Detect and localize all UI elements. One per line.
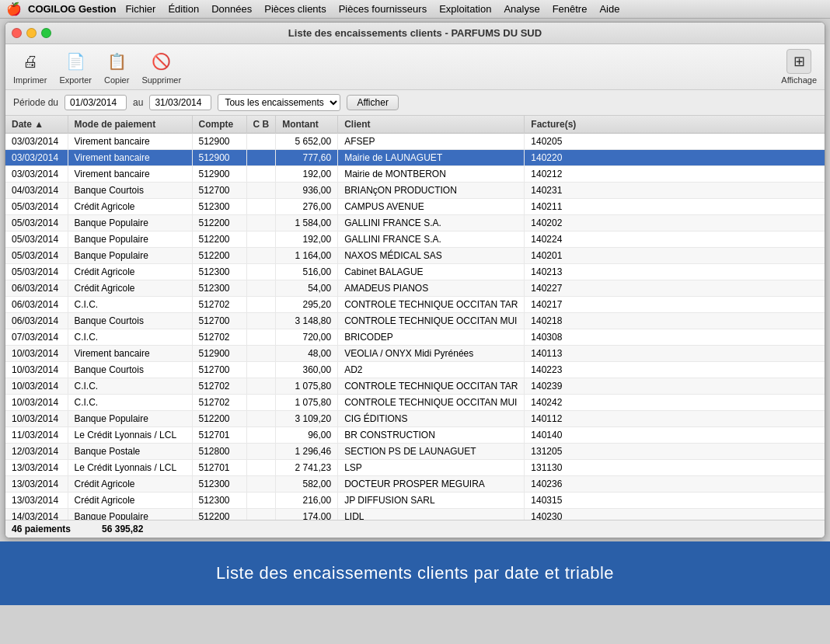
cell-montant: 516,00 — [276, 264, 338, 280]
table-row[interactable]: 10/03/2014 Virement bancaire 512900 48,0… — [5, 346, 825, 362]
au-label: au — [133, 97, 143, 108]
col-header-client[interactable]: Client — [338, 116, 525, 134]
cell-cb — [246, 150, 276, 166]
cell-facture: 140218 — [525, 313, 825, 329]
table-row[interactable]: 13/03/2014 Crédit Agricole 512300 216,00… — [5, 493, 825, 509]
cell-date: 03/03/2014 — [5, 134, 68, 150]
supprimer-button[interactable]: 🚫 Supprimer — [141, 49, 181, 85]
table-row[interactable]: 03/03/2014 Virement bancaire 512900 192,… — [5, 166, 825, 183]
menu-fenetre[interactable]: Fenêtre — [546, 3, 594, 15]
cell-montant: 3 109,20 — [276, 411, 338, 427]
app-name[interactable]: COGILOG Gestion — [28, 3, 116, 15]
table-row[interactable]: 10/03/2014 C.I.C. 512702 1 075,80 CONTRO… — [5, 378, 825, 395]
cell-montant: 192,00 — [276, 231, 338, 248]
copier-button[interactable]: 📋 Copier — [104, 49, 129, 85]
filtre-select[interactable]: Tous les encaissements — [218, 94, 340, 111]
table-row[interactable]: 10/03/2014 Banque Courtois 512700 360,00… — [5, 362, 825, 378]
cell-mode: Crédit Agricole — [68, 493, 192, 509]
table-row[interactable]: 03/03/2014 Virement bancaire 512900 777,… — [5, 150, 825, 166]
table-row[interactable]: 10/03/2014 Banque Populaire 512200 3 109… — [5, 411, 825, 427]
cell-facture: 131130 — [525, 460, 825, 476]
cell-cb — [246, 411, 276, 427]
cell-date: 12/03/2014 — [5, 444, 68, 460]
table-row[interactable]: 14/03/2014 Banque Populaire 512200 174,0… — [5, 509, 825, 520]
table-body: 03/03/2014 Virement bancaire 512900 5 65… — [5, 134, 825, 520]
table-row[interactable]: 05/03/2014 Banque Populaire 512200 1 164… — [5, 248, 825, 264]
col-header-montant[interactable]: Montant — [276, 116, 338, 134]
affichage-button[interactable]: ⊞ Affichage — [781, 49, 817, 85]
cell-mode: C.I.C. — [68, 378, 192, 395]
cell-client: Mairie de LAUNAGUET — [338, 150, 525, 166]
cell-date: 10/03/2014 — [5, 378, 68, 395]
menu-analyse[interactable]: Analyse — [497, 3, 546, 15]
menu-edition[interactable]: Édition — [162, 3, 205, 15]
table-row[interactable]: 05/03/2014 Banque Populaire 512200 192,0… — [5, 231, 825, 248]
col-header-cb[interactable]: C B — [246, 116, 276, 134]
col-header-facture[interactable]: Facture(s) — [525, 116, 825, 134]
imprimer-button[interactable]: 🖨 Imprimer — [13, 49, 47, 85]
col-header-compte[interactable]: Compte — [192, 116, 246, 134]
menu-pieces-clients[interactable]: Pièces clients — [258, 3, 332, 15]
cell-facture: 140212 — [525, 166, 825, 183]
table-row[interactable]: 13/03/2014 Crédit Agricole 512300 582,00… — [5, 476, 825, 493]
cell-mode: C.I.C. — [68, 395, 192, 411]
cell-date: 06/03/2014 — [5, 297, 68, 313]
table-row[interactable]: 07/03/2014 C.I.C. 512702 720,00 BRICODEP… — [5, 329, 825, 346]
cell-date: 05/03/2014 — [5, 264, 68, 280]
cell-client: Mairie de MONTBERON — [338, 166, 525, 183]
cell-montant: 720,00 — [276, 329, 338, 346]
cell-date: 03/03/2014 — [5, 150, 68, 166]
table-row[interactable]: 05/03/2014 Crédit Agricole 512300 516,00… — [5, 264, 825, 280]
cell-facture: 140201 — [525, 248, 825, 264]
delete-icon: 🚫 — [149, 49, 174, 74]
cell-mode: C.I.C. — [68, 329, 192, 346]
menu-fichier[interactable]: Fichier — [119, 3, 162, 15]
cell-montant: 1 075,80 — [276, 378, 338, 395]
cell-cb — [246, 362, 276, 378]
cell-facture: 140315 — [525, 493, 825, 509]
cell-client: Cabinet BALAGUE — [338, 264, 525, 280]
cell-mode: Virement bancaire — [68, 150, 192, 166]
table-row[interactable]: 10/03/2014 C.I.C. 512702 1 075,80 CONTRO… — [5, 395, 825, 411]
afficher-button[interactable]: Afficher — [347, 95, 398, 110]
maximize-button[interactable] — [41, 28, 51, 38]
menu-pieces-fournisseurs[interactable]: Pièces fournisseurs — [333, 3, 433, 15]
col-header-mode[interactable]: Mode de paiement — [68, 116, 192, 134]
table-row[interactable]: 06/03/2014 Crédit Agricole 512300 54,00 … — [5, 280, 825, 297]
menu-donnees[interactable]: Données — [205, 3, 258, 15]
cell-compte: 512200 — [192, 231, 246, 248]
table-row[interactable]: 11/03/2014 Le Crédit Lyonnais / LCL 5127… — [5, 427, 825, 444]
table-row[interactable]: 03/03/2014 Virement bancaire 512900 5 65… — [5, 134, 825, 150]
table-row[interactable]: 06/03/2014 Banque Courtois 512700 3 148,… — [5, 313, 825, 329]
cell-facture: 140231 — [525, 183, 825, 199]
cell-cb — [246, 329, 276, 346]
cell-mode: Crédit Agricole — [68, 476, 192, 493]
table-row[interactable]: 06/03/2014 C.I.C. 512702 295,20 CONTROLE… — [5, 297, 825, 313]
window-title: Liste des encaissements clients - PARFUM… — [288, 27, 542, 39]
table-row[interactable]: 05/03/2014 Crédit Agricole 512300 276,00… — [5, 199, 825, 215]
menu-aide[interactable]: Aide — [593, 3, 626, 15]
date-fin-input[interactable] — [149, 95, 211, 110]
cell-facture: 140239 — [525, 378, 825, 395]
minimize-button[interactable] — [26, 28, 37, 38]
cell-cb — [246, 460, 276, 476]
cell-cb — [246, 297, 276, 313]
table-row[interactable]: 13/03/2014 Le Crédit Lyonnais / LCL 5127… — [5, 460, 825, 476]
table-row[interactable]: 05/03/2014 Banque Populaire 512200 1 584… — [5, 215, 825, 231]
cell-facture: 140242 — [525, 395, 825, 411]
date-debut-input[interactable] — [65, 95, 127, 110]
window-buttons — [12, 28, 51, 38]
cell-client: CONTROLE TECHNIQUE OCCITAN TAR — [338, 297, 525, 313]
cell-cb — [246, 395, 276, 411]
exporter-button[interactable]: 📄 Exporter — [59, 49, 92, 85]
table-row[interactable]: 04/03/2014 Banque Courtois 512700 936,00… — [5, 183, 825, 199]
cell-mode: Virement bancaire — [68, 166, 192, 183]
table-row[interactable]: 12/03/2014 Banque Postale 512800 1 296,4… — [5, 444, 825, 460]
menu-exploitation[interactable]: Exploitation — [433, 3, 497, 15]
close-button[interactable] — [12, 28, 22, 38]
cell-compte: 512701 — [192, 460, 246, 476]
cell-compte: 512702 — [192, 329, 246, 346]
cell-client: BRIANçON PRODUCTION — [338, 183, 525, 199]
apple-menu[interactable]: 🍎 — [6, 2, 22, 16]
col-header-date[interactable]: Date ▲ — [5, 116, 68, 134]
